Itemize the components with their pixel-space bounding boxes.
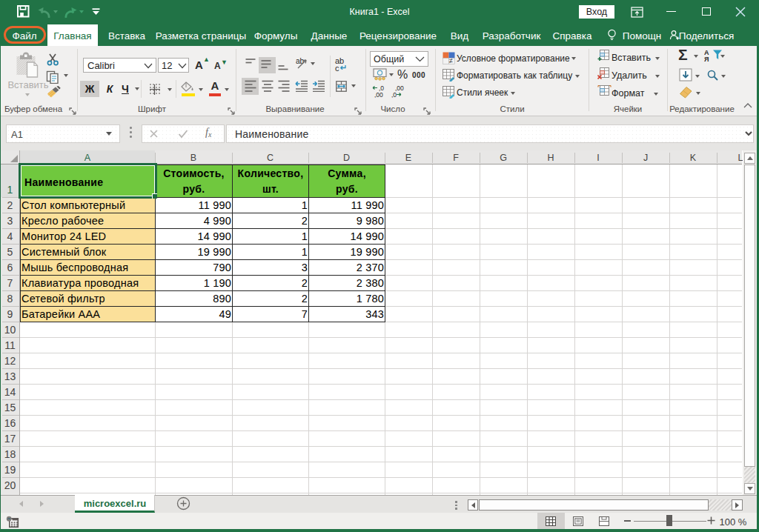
svg-text:≠: ≠: [449, 57, 453, 64]
svg-text:ab: ab: [296, 57, 305, 65]
svg-text:,00: ,00: [374, 91, 383, 98]
svg-text:Я: Я: [704, 56, 709, 62]
svg-text:c: c: [335, 64, 339, 72]
svg-text:,0: ,0: [391, 91, 397, 98]
svg-text:А: А: [704, 49, 709, 56]
